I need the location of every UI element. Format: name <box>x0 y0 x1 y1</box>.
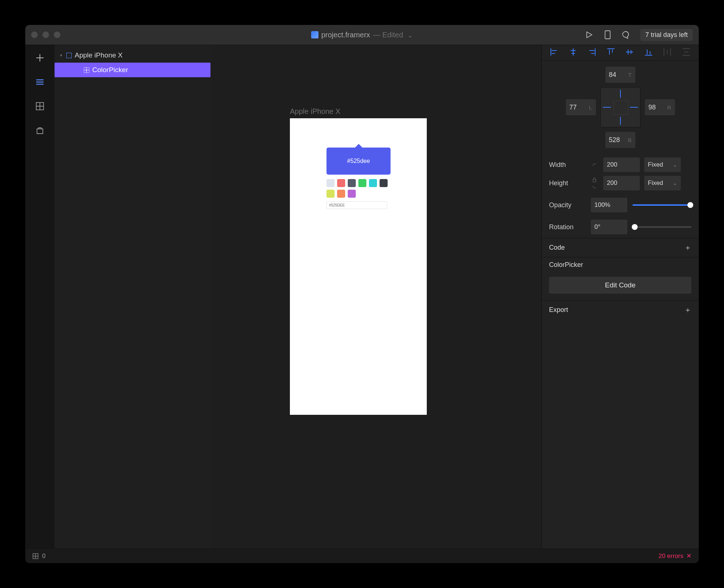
close-icon[interactable]: ✕ <box>686 552 691 560</box>
statusbar: 0 20 errors ✕ <box>25 548 699 563</box>
layers-icon[interactable] <box>35 77 45 87</box>
swatch-grid <box>326 179 391 198</box>
width-label: Width <box>549 161 586 169</box>
frame-icon <box>66 53 72 58</box>
width-input[interactable] <box>603 157 640 172</box>
swatch[interactable] <box>369 179 377 187</box>
tool-sidebar <box>25 45 55 548</box>
errors-indicator[interactable]: 20 errors ✕ <box>658 552 691 560</box>
filename: project.framerx <box>321 31 370 39</box>
height-input[interactable] <box>603 176 640 190</box>
swatch[interactable] <box>326 179 335 187</box>
export-section-header[interactable]: Export ＋ <box>542 300 699 319</box>
align-top-icon[interactable] <box>606 48 616 56</box>
alignment-row <box>542 45 699 61</box>
constraints-editor: L T B R <box>542 61 699 154</box>
color-preview: #525dee <box>326 148 391 175</box>
titlebar: project.framerx — Edited 7 trial days le… <box>25 25 699 45</box>
rotation-input[interactable] <box>591 220 627 234</box>
swatch[interactable] <box>337 179 345 187</box>
component-icon <box>84 67 89 73</box>
plus-icon[interactable]: ＋ <box>684 243 691 253</box>
file-icon <box>311 31 318 38</box>
export-section-title: Export <box>549 306 568 314</box>
swatch[interactable] <box>380 179 388 187</box>
color-hex-input[interactable] <box>326 201 387 209</box>
plus-icon[interactable]: ＋ <box>684 305 691 315</box>
align-bottom-icon[interactable] <box>643 48 654 56</box>
swatch[interactable] <box>348 190 356 198</box>
edit-code-button[interactable]: Edit Code <box>549 277 691 294</box>
swatch[interactable] <box>337 190 345 198</box>
rotation-slider[interactable] <box>632 226 691 228</box>
swatch[interactable] <box>358 179 366 187</box>
code-section-title: Code <box>549 244 565 252</box>
height-mode-select[interactable]: Fixed <box>644 176 681 190</box>
code-component-name: ColorPicker <box>542 257 699 272</box>
layer-panel: ▾ Apple iPhone X ColorPicker <box>55 45 212 548</box>
canvas[interactable]: Apple iPhone X #525dee <box>212 45 541 548</box>
align-left-icon[interactable] <box>549 48 559 56</box>
insert-icon[interactable] <box>35 53 45 63</box>
lock-icon[interactable] <box>590 177 599 189</box>
swatch[interactable] <box>348 179 356 187</box>
device-frame[interactable]: #525dee <box>290 118 427 415</box>
app-window: project.framerx — Edited 7 trial days le… <box>25 25 699 563</box>
opacity-label: Opacity <box>549 201 586 209</box>
errors-label: 20 errors <box>658 552 683 560</box>
swatch[interactable] <box>326 190 335 198</box>
distribute-v-icon[interactable] <box>681 48 691 56</box>
width-mode-select[interactable]: Fixed <box>644 157 681 172</box>
disclosure-triangle-icon[interactable]: ▾ <box>59 53 63 58</box>
align-center-h-icon[interactable] <box>568 48 578 56</box>
colorpicker-component[interactable]: #525dee <box>326 148 391 209</box>
color-hex-display: #525dee <box>347 158 370 164</box>
layer-row-colorpicker[interactable]: ColorPicker <box>55 63 210 77</box>
grid-icon[interactable] <box>33 553 38 559</box>
align-right-icon[interactable] <box>587 48 597 56</box>
opacity-slider[interactable] <box>632 204 691 206</box>
opacity-input[interactable] <box>591 198 627 212</box>
store-icon[interactable] <box>35 126 45 135</box>
chevron-down-icon[interactable] <box>406 31 413 39</box>
distribute-h-icon[interactable] <box>662 48 672 56</box>
zoom-value[interactable]: 0 <box>42 552 45 560</box>
components-icon[interactable] <box>35 101 45 111</box>
width-row: Width Fixed <box>542 154 699 176</box>
rotation-label: Rotation <box>549 223 586 231</box>
constraint-box[interactable] <box>600 87 641 127</box>
layer-row-root[interactable]: ▾ Apple iPhone X <box>55 48 212 63</box>
svg-rect-3 <box>593 179 596 182</box>
code-section-header[interactable]: Code ＋ <box>542 238 699 257</box>
height-row: Height Fixed <box>542 176 699 194</box>
layer-label: Apple iPhone X <box>75 51 123 59</box>
window-title[interactable]: project.framerx — Edited <box>25 31 699 39</box>
rotation-row: Rotation <box>542 216 699 238</box>
align-center-v-icon[interactable] <box>624 48 635 56</box>
link-icon[interactable] <box>590 163 599 167</box>
edited-label: — Edited <box>373 31 403 39</box>
layer-label: ColorPicker <box>92 66 128 74</box>
height-label: Height <box>549 179 586 187</box>
opacity-row: Opacity <box>542 194 699 216</box>
device-label: Apple iPhone X <box>290 107 340 116</box>
inspector-panel: L T B R Width <box>541 45 699 548</box>
